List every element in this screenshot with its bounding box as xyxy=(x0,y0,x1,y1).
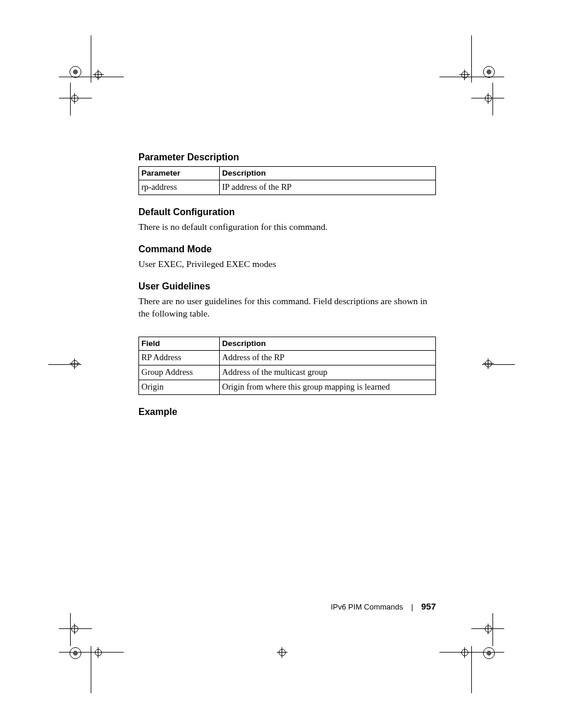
crop-target-icon xyxy=(93,70,104,80)
crop-mark xyxy=(91,646,91,693)
table-row: rp-address IP address of the RP xyxy=(139,180,436,195)
page-number: 957 xyxy=(421,601,436,611)
table-cell: Origin from where this group mapping is … xyxy=(220,380,436,394)
crop-target-icon xyxy=(459,70,470,80)
crop-target-icon xyxy=(483,93,494,104)
page-body: Parameter Description Parameter Descript… xyxy=(138,152,436,421)
heading-parameter-description: Parameter Description xyxy=(138,152,436,163)
heading-command-mode: Command Mode xyxy=(138,244,436,255)
parameter-table: Parameter Description rp-address IP addr… xyxy=(138,166,436,195)
crop-mark xyxy=(439,77,504,77)
crop-target-icon xyxy=(483,624,494,634)
registration-mark-icon xyxy=(483,647,495,659)
crop-target-icon xyxy=(277,647,287,658)
table-row: RP Address Address of the RP xyxy=(139,350,436,365)
heading-example: Example xyxy=(138,407,436,417)
crop-target-icon xyxy=(70,358,80,369)
crop-mark xyxy=(59,652,124,653)
field-table: Field Description RP Address Address of … xyxy=(138,337,436,395)
table-cell: RP Address xyxy=(139,350,220,365)
heading-default-configuration: Default Configuration xyxy=(138,207,436,218)
registration-mark-icon xyxy=(70,66,81,78)
table-cell: Address of the multicast group xyxy=(220,365,436,380)
crop-target-icon xyxy=(70,93,80,104)
crop-mark xyxy=(471,35,472,83)
table-cell: rp-address xyxy=(139,180,220,195)
crop-target-icon xyxy=(70,624,80,634)
crop-target-icon xyxy=(459,647,470,658)
body-text: There are no user guidelines for this co… xyxy=(138,295,436,320)
table-header: Parameter xyxy=(139,167,220,180)
registration-mark-icon xyxy=(483,66,495,78)
table-header: Description xyxy=(220,337,436,350)
heading-user-guidelines: User Guidelines xyxy=(138,281,436,292)
table-cell: Origin xyxy=(139,380,220,394)
table-row: Group Address Address of the multicast g… xyxy=(139,365,436,380)
table-row: Origin Origin from where this group mapp… xyxy=(139,380,436,394)
footer-section-title: IPv6 PIM Commands xyxy=(331,602,404,611)
crop-mark xyxy=(471,646,472,693)
table-header: Field xyxy=(139,337,220,350)
registration-mark-icon xyxy=(70,647,81,659)
table-cell: Group Address xyxy=(139,365,220,380)
page-footer: IPv6 PIM Commands | 957 xyxy=(138,601,436,611)
table-cell: Address of the RP xyxy=(220,350,436,365)
crop-target-icon xyxy=(483,358,494,369)
table-cell: IP address of the RP xyxy=(220,180,436,195)
footer-separator-icon: | xyxy=(411,602,413,611)
crop-target-icon xyxy=(93,647,104,658)
body-text: User EXEC, Privileged EXEC modes xyxy=(138,258,436,271)
crop-mark xyxy=(91,35,91,83)
body-text: There is no default configuration for th… xyxy=(138,221,436,233)
table-header: Description xyxy=(220,167,436,180)
crop-mark xyxy=(59,77,124,77)
